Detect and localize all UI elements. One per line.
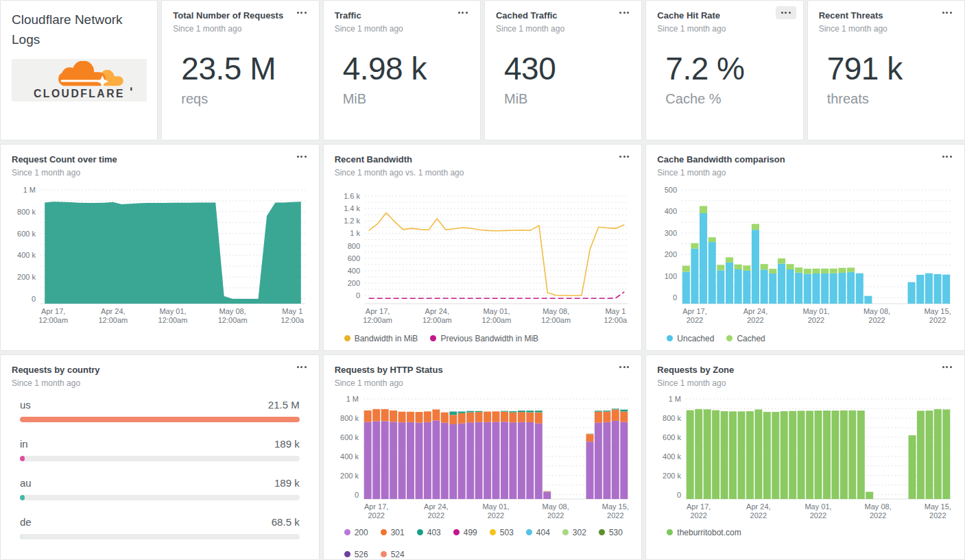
svg-text:May 1: May 1 — [282, 307, 302, 315]
panel-menu-button[interactable] — [937, 6, 957, 19]
svg-text:May 08,: May 08, — [863, 307, 890, 315]
gauge-track — [20, 534, 300, 539]
svg-text:600 k: 600 k — [663, 433, 681, 441]
dashboard-title: Cloudflare Network Logs — [12, 10, 146, 49]
country-gauge-list: us 21.5 M in 189 k au 189 k — [12, 399, 308, 539]
svg-text:2022: 2022 — [810, 511, 826, 520]
gauge-track — [20, 417, 300, 422]
panel-menu-button[interactable] — [453, 6, 473, 19]
svg-text:1 M: 1 M — [346, 395, 358, 403]
cloudflare-logo-icon: CLOUDFLARE — [16, 61, 143, 99]
country-label: au — [20, 477, 32, 489]
legend-item[interactable]: Uncached — [667, 334, 714, 343]
panel-subtitle: Since 1 month ago — [496, 24, 564, 34]
panel-menu-button[interactable] — [291, 361, 312, 374]
svg-text:Apr 17,: Apr 17, — [364, 502, 388, 511]
svg-text:2022: 2022 — [427, 511, 444, 520]
gauge-track — [20, 456, 300, 461]
panel-subtitle: Since 1 month ago — [819, 24, 887, 34]
legend-item[interactable]: 524 — [381, 550, 405, 559]
legend-item[interactable]: 302 — [562, 528, 586, 537]
gauge-row-us: us 21.5 M — [20, 399, 300, 422]
legend-item[interactable]: 526 — [344, 550, 368, 559]
legend-dot — [667, 529, 673, 535]
legend-item[interactable]: 499 — [453, 528, 477, 537]
panel-menu-button[interactable] — [937, 361, 957, 374]
legend-label: 499 — [464, 528, 477, 537]
svg-text:800 k: 800 k — [663, 414, 681, 422]
panel-menu-button[interactable] — [291, 150, 312, 163]
svg-text:2022: 2022 — [691, 511, 707, 520]
svg-text:2022: 2022 — [750, 511, 767, 520]
legend-item[interactable]: Previous Bandwidth in MiB — [430, 334, 538, 343]
panel-menu-button[interactable] — [937, 150, 957, 163]
panel-total-requests: Total Number of Requests Since 1 month a… — [161, 0, 319, 141]
svg-text:Apr 24,: Apr 24, — [424, 502, 448, 511]
svg-text:400 k: 400 k — [663, 452, 681, 461]
http-status-chart[interactable]: 0200 k400 k600 k800 k1 MApr 17,2022Apr 2… — [335, 395, 632, 524]
svg-text:0: 0 — [356, 291, 360, 300]
legend-dot — [490, 529, 496, 535]
legend-label: Bandwidth in MiB — [355, 334, 418, 343]
gauge-row-in: in 189 k — [20, 438, 300, 461]
zone-chart[interactable]: 0200 k400 k600 k800 k1 MApr 17,2022Apr 2… — [657, 395, 954, 524]
panel-title: Recent Bandwidth — [335, 154, 464, 166]
legend-label: 200 — [355, 528, 368, 537]
stat-value: 7.2 % — [665, 51, 791, 86]
legend-item[interactable]: theburritobot.com — [667, 528, 741, 537]
svg-text:1.4 k: 1.4 k — [344, 204, 360, 212]
svg-text:600 k: 600 k — [17, 229, 36, 237]
panel-menu-button[interactable] — [776, 6, 796, 19]
svg-text:2022: 2022 — [929, 316, 946, 324]
svg-text:200 k: 200 k — [340, 472, 359, 480]
legend-dot — [344, 551, 350, 557]
panel-title: Recent Threats — [819, 10, 887, 22]
legend-item[interactable]: Cached — [726, 334, 765, 343]
legend-dot — [430, 335, 436, 341]
svg-text:May 01,: May 01, — [483, 307, 510, 315]
panel-subtitle: Since 1 month ago — [12, 378, 100, 388]
legend-item[interactable]: 530 — [599, 528, 623, 537]
panel-title: Cache Bandwidth comparison — [657, 154, 785, 166]
legend-item[interactable]: 200 — [344, 528, 368, 537]
svg-text:May 01,: May 01, — [159, 307, 186, 315]
dashboard: Cloudflare Network Logs CLOUDFLARE — [0, 0, 965, 560]
legend-dot — [562, 529, 569, 535]
svg-text:200 k: 200 k — [663, 472, 681, 480]
chart-legend: theburritobot.com — [667, 528, 953, 537]
legend-dot — [417, 529, 423, 535]
recent-bandwidth-chart[interactable]: 02004006008001 k1.2 k1.4 k1.6 kApr 17,12… — [335, 184, 632, 330]
svg-text:Apr 24,: Apr 24, — [101, 307, 125, 315]
svg-text:May 1: May 1 — [605, 307, 626, 315]
legend-item[interactable]: Bandwidth in MiB — [344, 334, 418, 343]
panel-subtitle: Since 1 month ago — [335, 378, 443, 388]
svg-text:1.2 k: 1.2 k — [344, 217, 360, 225]
legend-item[interactable]: 403 — [417, 528, 441, 537]
svg-text:May 08,: May 08, — [543, 307, 569, 315]
legend-dot — [381, 551, 387, 557]
svg-text:Apr 17,: Apr 17, — [366, 307, 390, 315]
panel-request-count: Request Count over time Since 1 month ag… — [0, 144, 320, 351]
panel-menu-button[interactable] — [291, 6, 312, 19]
panel-menu-button[interactable] — [614, 361, 634, 374]
chart-legend: Bandwidth in MiBPrevious Bandwidth in Mi… — [344, 334, 631, 343]
panel-menu-button[interactable] — [614, 6, 634, 19]
cache-bandwidth-chart[interactable]: 0100200300400500Apr 17,2022Apr 24,2022Ma… — [657, 184, 954, 330]
svg-text:12:00a: 12:00a — [281, 316, 305, 324]
svg-text:May 15,: May 15, — [601, 502, 628, 511]
panel-menu-button[interactable] — [614, 150, 634, 163]
legend-item[interactable]: 301 — [381, 528, 405, 537]
gauge-bar — [20, 495, 25, 500]
svg-text:Apr 24,: Apr 24, — [746, 502, 770, 511]
legend-item[interactable]: 404 — [526, 528, 550, 537]
panel-subtitle: Since 1 month ago — [335, 24, 403, 34]
svg-text:May 01,: May 01, — [803, 307, 830, 315]
svg-text:200 k: 200 k — [17, 273, 36, 281]
svg-text:12:00am: 12:00am — [541, 316, 571, 324]
request-count-chart[interactable]: 0200 k400 k600 k800 k1 MApr 17,12:00amAp… — [12, 184, 309, 330]
stat-value: 4.98 k — [343, 51, 469, 86]
panel-title: Cache Hit Rate — [657, 10, 726, 22]
legend-item[interactable]: 503 — [490, 528, 514, 537]
svg-text:1 k: 1 k — [350, 229, 360, 237]
svg-text:800 k: 800 k — [340, 414, 359, 422]
